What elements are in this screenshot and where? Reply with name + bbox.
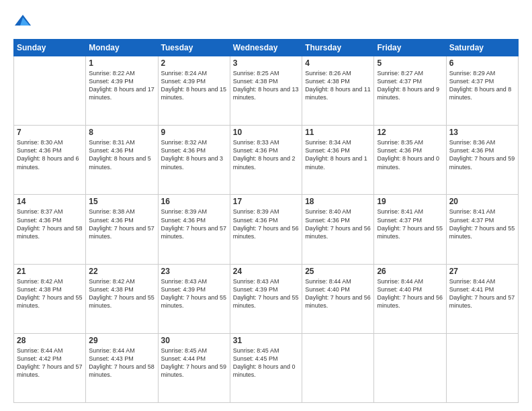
day-info: Sunrise: 8:40 AM Sunset: 4:36 PM Dayligh…	[305, 208, 371, 240]
day-info: Sunrise: 8:41 AM Sunset: 4:37 PM Dayligh…	[449, 208, 515, 240]
calendar-cell: 24Sunrise: 8:43 AM Sunset: 4:39 PM Dayli…	[230, 264, 302, 333]
calendar-cell: 4Sunrise: 8:26 AM Sunset: 4:38 PM Daylig…	[302, 56, 374, 126]
day-number: 28	[17, 336, 83, 345]
day-number: 9	[161, 128, 227, 137]
calendar-cell: 18Sunrise: 8:40 AM Sunset: 4:36 PM Dayli…	[302, 195, 374, 264]
calendar-cell: 20Sunrise: 8:41 AM Sunset: 4:37 PM Dayli…	[446, 195, 518, 264]
day-info: Sunrise: 8:44 AM Sunset: 4:42 PM Dayligh…	[17, 347, 83, 379]
week-row-0: 1Sunrise: 8:22 AM Sunset: 4:39 PM Daylig…	[14, 56, 519, 126]
day-info: Sunrise: 8:41 AM Sunset: 4:37 PM Dayligh…	[377, 208, 443, 240]
day-number: 25	[305, 267, 371, 276]
day-info: Sunrise: 8:35 AM Sunset: 4:36 PM Dayligh…	[377, 138, 443, 171]
day-number: 11	[305, 128, 371, 137]
calendar-cell	[374, 333, 446, 402]
day-number: 14	[17, 197, 83, 206]
day-number: 16	[161, 197, 227, 206]
day-info: Sunrise: 8:44 AM Sunset: 4:40 PM Dayligh…	[377, 277, 443, 310]
weekday-header-friday: Friday	[374, 40, 446, 56]
day-number: 2	[161, 58, 227, 68]
week-row-1: 7Sunrise: 8:30 AM Sunset: 4:36 PM Daylig…	[14, 126, 519, 195]
calendar-cell: 16Sunrise: 8:39 AM Sunset: 4:36 PM Dayli…	[158, 195, 230, 264]
day-info: Sunrise: 8:42 AM Sunset: 4:38 PM Dayligh…	[89, 277, 154, 310]
day-info: Sunrise: 8:39 AM Sunset: 4:36 PM Dayligh…	[233, 208, 299, 240]
day-number: 27	[449, 267, 515, 276]
weekday-header-saturday: Saturday	[446, 40, 518, 56]
day-info: Sunrise: 8:25 AM Sunset: 4:38 PM Dayligh…	[233, 69, 299, 102]
calendar-cell: 25Sunrise: 8:44 AM Sunset: 4:40 PM Dayli…	[302, 264, 374, 333]
day-info: Sunrise: 8:38 AM Sunset: 4:36 PM Dayligh…	[89, 208, 154, 240]
day-info: Sunrise: 8:30 AM Sunset: 4:36 PM Dayligh…	[17, 138, 83, 171]
day-info: Sunrise: 8:33 AM Sunset: 4:36 PM Dayligh…	[233, 138, 299, 171]
calendar-cell: 22Sunrise: 8:42 AM Sunset: 4:38 PM Dayli…	[86, 264, 158, 333]
calendar-cell: 11Sunrise: 8:34 AM Sunset: 4:36 PM Dayli…	[302, 126, 374, 195]
calendar-cell: 19Sunrise: 8:41 AM Sunset: 4:37 PM Dayli…	[374, 195, 446, 264]
day-info: Sunrise: 8:37 AM Sunset: 4:36 PM Dayligh…	[17, 208, 83, 240]
day-number: 22	[89, 267, 154, 276]
day-number: 12	[377, 128, 443, 137]
day-number: 1	[89, 58, 154, 68]
calendar-cell: 7Sunrise: 8:30 AM Sunset: 4:36 PM Daylig…	[14, 126, 86, 195]
day-info: Sunrise: 8:32 AM Sunset: 4:36 PM Dayligh…	[161, 138, 227, 171]
week-row-3: 21Sunrise: 8:42 AM Sunset: 4:38 PM Dayli…	[14, 264, 519, 333]
day-info: Sunrise: 8:44 AM Sunset: 4:41 PM Dayligh…	[449, 277, 515, 310]
day-number: 15	[89, 197, 154, 206]
day-info: Sunrise: 8:22 AM Sunset: 4:39 PM Dayligh…	[89, 69, 154, 102]
day-info: Sunrise: 8:43 AM Sunset: 4:39 PM Dayligh…	[161, 277, 227, 310]
calendar-cell: 8Sunrise: 8:31 AM Sunset: 4:36 PM Daylig…	[86, 126, 158, 195]
page: SundayMondayTuesdayWednesdayThursdayFrid…	[0, 0, 532, 411]
day-info: Sunrise: 8:31 AM Sunset: 4:36 PM Dayligh…	[89, 138, 154, 171]
day-info: Sunrise: 8:26 AM Sunset: 4:38 PM Dayligh…	[305, 69, 371, 102]
weekday-header-wednesday: Wednesday	[230, 40, 302, 56]
day-info: Sunrise: 8:24 AM Sunset: 4:39 PM Dayligh…	[161, 69, 227, 102]
day-info: Sunrise: 8:44 AM Sunset: 4:40 PM Dayligh…	[305, 277, 371, 310]
day-info: Sunrise: 8:34 AM Sunset: 4:36 PM Dayligh…	[305, 138, 371, 171]
calendar-cell: 12Sunrise: 8:35 AM Sunset: 4:36 PM Dayli…	[374, 126, 446, 195]
day-number: 7	[17, 128, 83, 137]
day-number: 20	[449, 197, 515, 206]
day-number: 24	[233, 267, 299, 276]
calendar-cell: 3Sunrise: 8:25 AM Sunset: 4:38 PM Daylig…	[230, 56, 302, 126]
day-info: Sunrise: 8:29 AM Sunset: 4:37 PM Dayligh…	[449, 69, 515, 102]
calendar-cell: 13Sunrise: 8:36 AM Sunset: 4:36 PM Dayli…	[446, 126, 518, 195]
day-number: 29	[89, 336, 154, 345]
day-info: Sunrise: 8:45 AM Sunset: 4:45 PM Dayligh…	[233, 347, 299, 379]
day-info: Sunrise: 8:45 AM Sunset: 4:44 PM Dayligh…	[161, 347, 227, 379]
calendar-cell: 15Sunrise: 8:38 AM Sunset: 4:36 PM Dayli…	[86, 195, 158, 264]
header	[13, 12, 519, 31]
calendar-cell: 14Sunrise: 8:37 AM Sunset: 4:36 PM Dayli…	[14, 195, 86, 264]
logo-icon	[13, 12, 32, 31]
day-number: 4	[305, 58, 371, 68]
day-number: 23	[161, 267, 227, 276]
week-row-2: 14Sunrise: 8:37 AM Sunset: 4:36 PM Dayli…	[14, 195, 519, 264]
day-number: 17	[233, 197, 299, 206]
day-number: 10	[233, 128, 299, 137]
day-info: Sunrise: 8:39 AM Sunset: 4:36 PM Dayligh…	[161, 208, 227, 240]
weekday-header-tuesday: Tuesday	[158, 40, 230, 56]
calendar-header: SundayMondayTuesdayWednesdayThursdayFrid…	[14, 40, 519, 56]
day-number: 8	[89, 128, 154, 137]
calendar-cell: 21Sunrise: 8:42 AM Sunset: 4:38 PM Dayli…	[14, 264, 86, 333]
calendar-cell: 1Sunrise: 8:22 AM Sunset: 4:39 PM Daylig…	[86, 56, 158, 126]
calendar-cell: 27Sunrise: 8:44 AM Sunset: 4:41 PM Dayli…	[446, 264, 518, 333]
calendar-cell: 28Sunrise: 8:44 AM Sunset: 4:42 PM Dayli…	[14, 333, 86, 402]
week-row-4: 28Sunrise: 8:44 AM Sunset: 4:42 PM Dayli…	[14, 333, 519, 402]
day-info: Sunrise: 8:42 AM Sunset: 4:38 PM Dayligh…	[17, 277, 83, 310]
logo	[13, 12, 35, 31]
calendar-cell: 26Sunrise: 8:44 AM Sunset: 4:40 PM Dayli…	[374, 264, 446, 333]
day-number: 26	[377, 267, 443, 276]
day-number: 21	[17, 267, 83, 276]
calendar-cell	[14, 56, 86, 126]
calendar-body: 1Sunrise: 8:22 AM Sunset: 4:39 PM Daylig…	[14, 56, 519, 403]
calendar-cell: 17Sunrise: 8:39 AM Sunset: 4:36 PM Dayli…	[230, 195, 302, 264]
calendar-cell: 10Sunrise: 8:33 AM Sunset: 4:36 PM Dayli…	[230, 126, 302, 195]
weekday-header-row: SundayMondayTuesdayWednesdayThursdayFrid…	[14, 40, 519, 56]
day-number: 18	[305, 197, 371, 206]
day-number: 5	[377, 58, 443, 68]
day-number: 30	[161, 336, 227, 345]
day-number: 13	[449, 128, 515, 137]
calendar: SundayMondayTuesdayWednesdayThursdayFrid…	[13, 39, 519, 403]
day-info: Sunrise: 8:44 AM Sunset: 4:43 PM Dayligh…	[89, 347, 154, 379]
calendar-cell: 5Sunrise: 8:27 AM Sunset: 4:37 PM Daylig…	[374, 56, 446, 126]
calendar-cell	[302, 333, 374, 402]
calendar-cell	[446, 333, 518, 402]
